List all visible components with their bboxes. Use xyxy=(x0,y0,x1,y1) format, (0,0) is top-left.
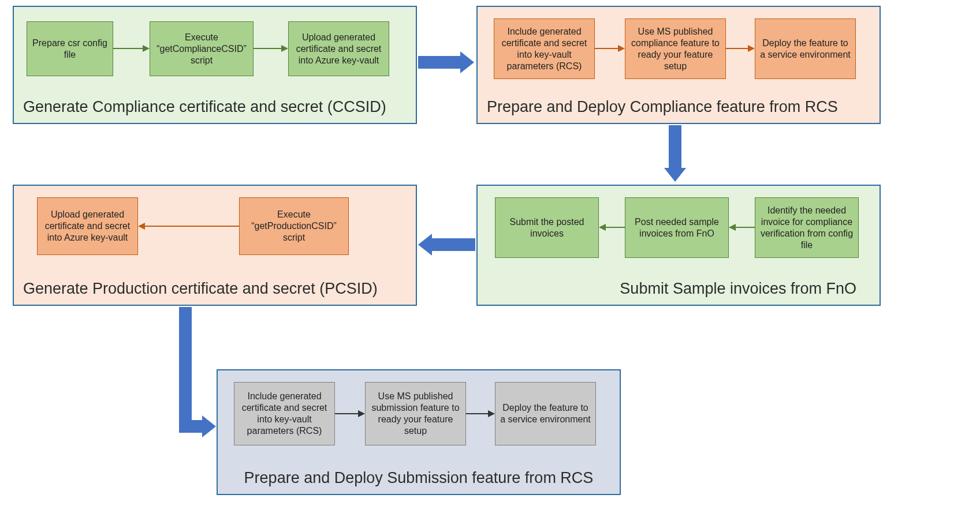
stage-submit-title: Submit Sample invoices from FnO xyxy=(620,280,856,298)
stage-submission-feature-title: Prepare and Deploy Submission feature fr… xyxy=(218,469,620,487)
flow-diagram-canvas: Prepare csr config file Execute “getComp… xyxy=(0,0,980,532)
step-include-prod-cert-rcs: Include generated certificate and secret… xyxy=(234,382,335,445)
stage-ccsid: Prepare csr config file Execute “getComp… xyxy=(13,6,417,124)
step-prepare-csr: Prepare csr config file xyxy=(27,21,113,76)
step-get-compliance-csid: Execute “getComplianceCSID” script xyxy=(150,21,254,76)
step-submit-posted-invoices: Submit the posted invoices xyxy=(495,197,599,258)
step-include-cert-keyvault-rcs: Include generated certificate and secret… xyxy=(494,18,595,79)
step-get-production-csid: Execute “getProductionCSID” script xyxy=(239,197,349,255)
stage-compliance-feature: Include generated certificate and secret… xyxy=(476,6,881,124)
stage-submission-feature: Include generated certificate and secret… xyxy=(217,369,621,495)
step-post-sample-invoices: Post needed sample invoices from FnO xyxy=(625,197,729,258)
stage-submit-samples: Identify the needed invoice for complian… xyxy=(476,185,881,306)
step-use-submission-feature: Use MS published submission feature to r… xyxy=(365,382,466,445)
stage-compliance-feature-title: Prepare and Deploy Compliance feature fr… xyxy=(487,98,838,116)
step-upload-ccsid-keyvault: Upload generated certificate and secret … xyxy=(288,21,389,76)
step-deploy-compliance-feature: Deploy the feature to a service environm… xyxy=(755,18,856,79)
big-arrow-compliance-to-submit xyxy=(669,125,681,169)
stage-pcsid: Execute “getProductionCSID” script Uploa… xyxy=(13,185,417,306)
big-arrow-submit-to-pcsid xyxy=(431,238,475,251)
step-use-compliance-feature: Use MS published compliance feature to r… xyxy=(625,18,726,79)
step-deploy-submission-feature: Deploy the feature to a service environm… xyxy=(495,382,596,445)
stage-ccsid-title: Generate Compliance certificate and secr… xyxy=(23,98,386,116)
step-identify-invoice: Identify the needed invoice for complian… xyxy=(755,197,859,258)
big-arrow-ccsid-to-compliance xyxy=(418,56,461,69)
step-upload-pcsid-keyvault: Upload generated certificate and secret … xyxy=(37,197,138,255)
stage-pcsid-title: Generate Production certificate and secr… xyxy=(23,280,378,298)
